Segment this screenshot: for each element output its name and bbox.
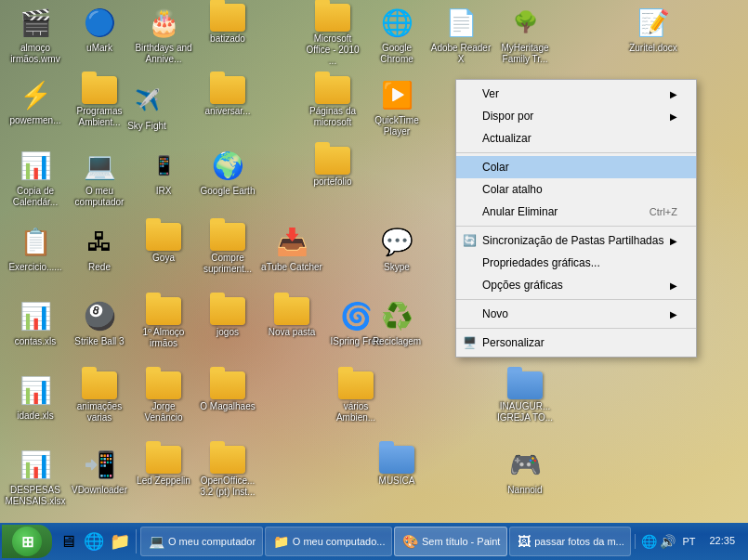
icon-portefolio[interactable]: portefolio <box>301 147 364 188</box>
menu-separator <box>456 226 696 227</box>
context-menu-item-prop-graficas[interactable]: Propriedades gráficas... <box>456 252 696 274</box>
personalizar-icon: 🖥️ <box>462 335 477 350</box>
context-menu-item-colar-atalho[interactable]: Colar atalho <box>456 178 696 201</box>
icon-strikeball[interactable]: 🎱 Strike Ball 3 <box>68 297 131 347</box>
icon-animacoes[interactable]: animações varias <box>68 371 131 423</box>
taskbar: ⊞ 🖥 🌐 📁 💻 O meu computador 📁 O meu compu… <box>0 523 748 560</box>
icon-adobe[interactable]: 📄 Adobe Reader X <box>429 4 492 65</box>
sync-icon: 🔄 <box>462 233 477 248</box>
context-menu-item-dispor[interactable]: Dispor por ▶ <box>456 105 696 127</box>
submenu-arrow: ▶ <box>670 111 677 122</box>
icon-atube[interactable]: 📥 aTube Catcher <box>260 223 323 273</box>
icon-almoco1[interactable]: 1º Almoço irmãos <box>132 297 195 349</box>
context-menu-item-novo[interactable]: Novo ▶ <box>456 303 696 325</box>
context-menu-item-personalizar[interactable]: 🖥️ Personalizar <box>456 332 696 354</box>
icon-paginas[interactable]: Páginas da microsoft <box>301 76 364 128</box>
taskbar-item-0[interactable]: 💻 O meu computador <box>140 527 263 556</box>
language-bar[interactable]: PT <box>678 536 699 547</box>
icon-powermen[interactable]: ⚡ powermen... <box>4 76 67 126</box>
desktop: 🎬 almoço irmãos.wmv 🔵 uMark 🎂 Birthdays … <box>0 0 748 560</box>
context-menu-item-opcoes-graficas[interactable]: Opções gráficas ▶ <box>456 274 696 296</box>
context-menu: Ver ▶ Dispor por ▶ Actualizar Colar Cola… <box>455 79 697 358</box>
submenu-arrow: ▶ <box>670 309 677 319</box>
ie-button[interactable]: 🌐 <box>82 529 106 553</box>
start-orb: ⊞ <box>12 527 42 556</box>
icon-led-zeppelin[interactable]: Led Zeppelin <box>132 446 195 487</box>
taskbar-items: 💻 O meu computador 📁 O meu computado... … <box>137 523 635 560</box>
icon-almoco[interactable]: 🎬 almoço irmãos.wmv <box>4 4 67 65</box>
context-menu-item-colar[interactable]: Colar <box>456 156 696 178</box>
network-tray-icon[interactable]: 🌐 <box>641 534 657 549</box>
menu-separator <box>456 328 696 329</box>
menu-separator <box>456 152 696 153</box>
icon-irx[interactable]: 📱 IRX <box>132 147 195 197</box>
quick-launch: 🖥 🌐 📁 <box>52 529 137 553</box>
explorer-button[interactable]: 📁 <box>108 529 132 553</box>
icon-jogos[interactable]: jogos <box>196 297 259 338</box>
icon-exercicio[interactable]: 📋 Exercicio...... <box>4 223 67 273</box>
icon-despesas[interactable]: 📊 DESPESAS MENSAIS.xlsx <box>4 446 67 507</box>
icon-varios[interactable]: vários Ambien... <box>324 371 387 423</box>
icon-jorge[interactable]: Jorge Venâncio <box>132 371 195 423</box>
icon-rede[interactable]: 🖧 Rede <box>68 223 131 273</box>
icon-google-earth[interactable]: 🌍 Google Earth <box>196 147 259 197</box>
icon-contas[interactable]: 📊 contas.xls <box>4 297 67 347</box>
taskbar-item-3[interactable]: 🖼 passar fotos da m... <box>509 527 631 556</box>
submenu-arrow: ▶ <box>670 89 677 99</box>
icon-compre[interactable]: Compre supriment... <box>196 223 259 275</box>
icon-zuritel[interactable]: 📝 Zuritel.docx <box>622 4 685 54</box>
context-menu-item-actualizar[interactable]: Actualizar <box>456 127 696 150</box>
icon-openoffice[interactable]: OpenOffice... 3.2 (pt) Inst... <box>196 446 259 498</box>
icon-reciclagem[interactable]: ♻️ Reciclagem <box>365 297 428 347</box>
volume-tray-icon[interactable]: 🔊 <box>660 534 676 549</box>
system-tray: 🌐 🔊 PT 22:35 <box>635 534 748 549</box>
icon-sky-fight[interactable]: ✈️ Sky Fight <box>115 82 178 132</box>
menu-separator <box>456 299 696 300</box>
submenu-arrow: ▶ <box>670 280 677 291</box>
icon-umark[interactable]: 🔵 uMark <box>68 4 131 54</box>
icon-myheritage[interactable]: 🌳 MyHeritage Family Tr... <box>493 4 557 65</box>
context-menu-item-sync[interactable]: 🔄 Sincronização de Pastas Partilhadas ▶ <box>456 229 696 252</box>
icon-quicktime[interactable]: ▶️ QuickTime Player <box>365 76 428 137</box>
icon-google-chrome[interactable]: 🌐 Google Chrome <box>365 4 428 65</box>
context-menu-item-anular[interactable]: Anular Eliminar Ctrl+Z <box>456 201 696 223</box>
taskbar-item-2[interactable]: 🎨 Sem título - Paint <box>394 527 507 556</box>
taskbar-item-1[interactable]: 📁 O meu computado... <box>265 527 392 556</box>
icon-birthdays[interactable]: 🎂 Birthdays and Annive... <box>132 4 195 65</box>
icon-copia[interactable]: 📊 Copia de Calendár... <box>4 147 67 208</box>
submenu-arrow: ▶ <box>670 236 677 246</box>
icon-meu-comp[interactable]: 💻 O meu computador <box>68 147 131 208</box>
icon-inaugur[interactable]: INAUGUR... IGREJA TO... <box>493 371 557 423</box>
context-menu-item-ver[interactable]: Ver ▶ <box>456 83 696 105</box>
icon-nova-pasta[interactable]: Nova pasta <box>260 297 323 338</box>
icon-vdownloader[interactable]: 📲 VDownloader <box>68 446 131 496</box>
clock: 22:35 <box>702 534 742 548</box>
icon-idade[interactable]: 📊 idade.xls <box>4 371 67 422</box>
start-button[interactable]: ⊞ <box>2 525 52 558</box>
icon-batizado[interactable]: batizado <box>196 4 259 45</box>
icon-skype[interactable]: 💬 Skype <box>365 223 428 273</box>
icon-aniversar[interactable]: aniversar... <box>196 76 259 117</box>
icon-magalhaes[interactable]: O Magalhaes <box>196 371 259 412</box>
icon-nannoid[interactable]: 🎮 Nannoid <box>493 446 557 496</box>
icon-ms-office[interactable]: Microsoft Office - 2010 ... <box>301 4 364 67</box>
show-desktop-button[interactable]: 🖥 <box>56 529 80 553</box>
icon-musica2[interactable]: MUSICA <box>365 446 428 487</box>
icon-goya[interactable]: Goya <box>132 223 195 264</box>
